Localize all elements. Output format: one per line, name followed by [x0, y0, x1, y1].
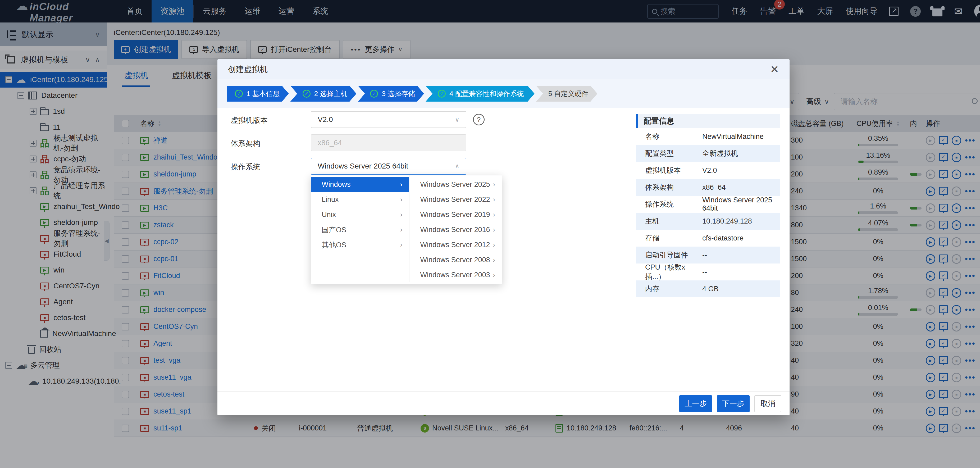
os-category-label: Unix: [321, 210, 336, 219]
create-vm-modal: 创建虚拟机 ✕ ✓1 基本信息✓2 选择主机✓3 选择存储✓4 配置兼容性和操作…: [218, 59, 789, 415]
wizard-step-3[interactable]: ✓3 选择存储: [358, 86, 424, 102]
summary-value: x86_64: [702, 183, 726, 191]
os-version-item[interactable]: Windows Server 2022›: [409, 192, 502, 207]
os-version-label: Windows Server 2003: [420, 271, 490, 279]
wizard-step-4[interactable]: ✓4 配置兼容性和操作系统: [426, 86, 535, 102]
summary-row: 体系架构x86_64: [636, 179, 780, 196]
os-category-menu: Windows›Linux›Unix›国产OS›其他OS›: [311, 175, 409, 282]
summary-value: 全新虚拟机: [702, 149, 738, 158]
summary-label: 体系架构: [636, 183, 702, 192]
next-step-button[interactable]: 下一步: [717, 395, 749, 412]
chevron-right-icon: ›: [493, 226, 495, 234]
os-select[interactable]: Windows Server 2025 64bit ∧: [311, 158, 466, 175]
summary-row: 存储cfs-datastore: [636, 230, 780, 247]
step-label: 4 配置兼容性和操作系统: [449, 89, 524, 99]
summary-label: 配置类型: [636, 149, 702, 158]
modal-footer: 上一步 下一步 取消: [218, 391, 789, 415]
os-category-label: 国产OS: [321, 225, 346, 235]
summary-label: 启动引导固件: [636, 250, 702, 260]
wizard-step-1[interactable]: ✓1 基本信息: [227, 86, 289, 102]
config-summary: 配置信息 名称NewVirtualMachine配置类型全新虚拟机虚拟机版本V2…: [636, 114, 780, 298]
chevron-up-icon: ∧: [455, 162, 460, 170]
close-icon[interactable]: ✕: [770, 64, 779, 75]
os-version-label: Windows Server 2019: [420, 210, 490, 219]
chevron-right-icon: ›: [400, 210, 402, 219]
summary-value: 4 GB: [702, 285, 719, 293]
summary-value: Windows Server 2025 64bit: [702, 196, 780, 212]
step-check-icon: ✓: [370, 90, 378, 98]
os-version-menu: Windows Server 2025›Windows Server 2022›…: [409, 175, 502, 284]
chevron-right-icon: ›: [493, 196, 495, 204]
os-category-Windows[interactable]: Windows›: [311, 177, 409, 192]
summary-row: CPU（核数x插...）--: [636, 264, 780, 280]
step-check-icon: ✓: [438, 90, 446, 98]
os-version-item[interactable]: Windows Server 2019›: [409, 207, 502, 222]
os-label: 操作系统: [231, 162, 260, 172]
os-version-item[interactable]: Windows Server 2012›: [409, 237, 502, 252]
chevron-down-icon: ∨: [455, 116, 460, 123]
summary-value: 10.180.249.128: [702, 217, 752, 225]
os-category-label: Windows: [321, 180, 351, 189]
config-summary-title: 配置信息: [636, 114, 780, 128]
os-category-Linux[interactable]: Linux›: [311, 192, 409, 207]
prev-step-button[interactable]: 上一步: [679, 395, 712, 412]
vm-version-label: 虚拟机版本: [231, 115, 268, 126]
os-version-item[interactable]: Windows Server 2008›: [409, 252, 502, 267]
chevron-right-icon: ›: [493, 241, 495, 249]
os-version-label: Windows Server 2022: [420, 196, 490, 204]
os-version-label: Windows Server 2012: [420, 241, 490, 249]
chevron-right-icon: ›: [493, 271, 495, 279]
vm-version-value: V2.0: [318, 115, 333, 124]
os-version-item[interactable]: Windows Server 2016›: [409, 222, 502, 237]
cancel-button[interactable]: 取消: [754, 395, 781, 412]
wizard-step-5[interactable]: 5 自定义硬件: [536, 86, 598, 102]
step-check-icon: ✓: [235, 90, 243, 98]
os-category-Unix[interactable]: Unix›: [311, 207, 409, 222]
summary-label: 存储: [636, 233, 702, 243]
step-check-icon: ✓: [302, 90, 310, 98]
summary-row: 配置类型全新虚拟机: [636, 145, 780, 162]
modal-title: 创建虚拟机: [228, 64, 770, 75]
summary-row: 名称NewVirtualMachine: [636, 128, 780, 145]
os-version-label: Windows Server 2008: [420, 256, 490, 264]
wizard-step-2[interactable]: ✓2 选择主机: [290, 86, 356, 102]
arch-value: x86_64: [318, 138, 342, 147]
os-version-item[interactable]: Windows Server 2025›: [409, 177, 502, 192]
os-version-item[interactable]: Windows Server 2003›: [409, 267, 502, 283]
os-category-国产OS[interactable]: 国产OS›: [311, 222, 409, 237]
chevron-right-icon: ›: [400, 241, 402, 249]
step-label: 3 选择存储: [382, 89, 415, 99]
summary-label: 主机: [636, 216, 702, 226]
summary-row: 内存4 GB: [636, 280, 780, 298]
help-icon[interactable]: ?: [473, 114, 485, 126]
step-label: 2 选择主机: [314, 89, 348, 99]
summary-label: 虚拟机版本: [636, 166, 702, 175]
summary-row: 操作系统Windows Server 2025 64bit: [636, 196, 780, 213]
os-version-label: Windows Server 2025: [420, 180, 490, 189]
summary-label: 内存: [636, 284, 702, 294]
chevron-right-icon: ›: [400, 180, 402, 189]
chevron-right-icon: ›: [493, 256, 495, 264]
summary-row: 虚拟机版本V2.0: [636, 162, 780, 179]
vm-version-select[interactable]: V2.0 ∨: [311, 111, 466, 128]
summary-value: --: [702, 268, 707, 276]
summary-value: NewVirtualMachine: [702, 132, 764, 141]
summary-label: 操作系统: [636, 199, 702, 209]
os-category-label: 其他OS: [321, 240, 346, 250]
summary-value: --: [702, 251, 707, 259]
summary-label: 名称: [636, 132, 702, 141]
step-label: 1 基本信息: [247, 89, 280, 99]
os-dropdown: Windows›Linux›Unix›国产OS›其他OS› Windows Se…: [311, 175, 502, 284]
os-category-其他OS[interactable]: 其他OS›: [311, 237, 409, 252]
chevron-right-icon: ›: [493, 180, 495, 189]
summary-value: V2.0: [702, 166, 717, 175]
chevron-right-icon: ›: [400, 196, 402, 204]
os-category-label: Linux: [321, 196, 339, 204]
step-label: 5 自定义硬件: [548, 89, 589, 99]
summary-row: 主机10.180.249.128: [636, 213, 780, 230]
os-select-value: Windows Server 2025 64bit: [318, 162, 408, 170]
arch-input: x86_64: [311, 134, 466, 151]
config-summary-rows: 名称NewVirtualMachine配置类型全新虚拟机虚拟机版本V2.0体系架…: [636, 128, 780, 298]
summary-value: cfs-datastore: [702, 234, 743, 242]
chevron-right-icon: ›: [493, 210, 495, 219]
